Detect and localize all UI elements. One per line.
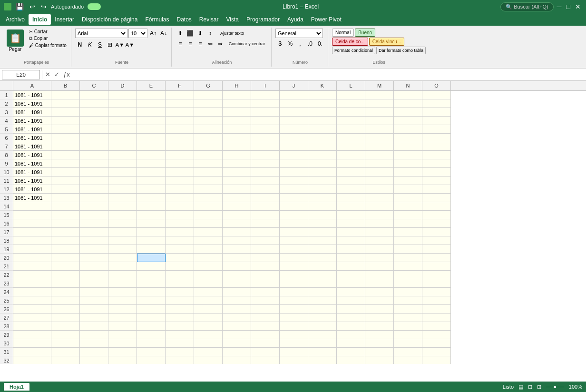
cell-D30[interactable] xyxy=(108,339,137,348)
col-header-B[interactable]: B xyxy=(51,81,80,90)
font-size-increase-button[interactable]: A↑ xyxy=(148,29,158,38)
cell-B15[interactable] xyxy=(51,211,80,219)
font-color-button[interactable]: A▼ xyxy=(125,40,135,49)
undo-button[interactable]: ↩ xyxy=(28,3,37,10)
cell-K17[interactable] xyxy=(308,228,337,236)
row-number-5[interactable]: 5 xyxy=(0,125,13,134)
cell-D14[interactable] xyxy=(108,202,137,211)
cell-J21[interactable] xyxy=(280,262,308,271)
cell-H18[interactable] xyxy=(223,236,251,245)
text-direction-button[interactable]: ↕ xyxy=(205,29,215,38)
cell-J24[interactable] xyxy=(280,288,308,296)
cell-F16[interactable] xyxy=(166,219,194,228)
cell-A7[interactable]: 1081 - 1091 xyxy=(13,142,51,151)
cell-E31[interactable] xyxy=(137,348,166,356)
cell-H9[interactable] xyxy=(223,159,251,168)
cell-E19[interactable] xyxy=(137,245,166,254)
row-number-24[interactable]: 24 xyxy=(0,288,13,296)
cell-H23[interactable] xyxy=(223,279,251,288)
cell-K12[interactable] xyxy=(308,185,337,194)
cell-C22[interactable] xyxy=(80,271,108,279)
cell-M18[interactable] xyxy=(365,236,394,245)
cell-J3[interactable] xyxy=(280,108,308,117)
cell-C12[interactable] xyxy=(80,185,108,194)
cell-K13[interactable] xyxy=(308,194,337,202)
cell-D32[interactable] xyxy=(108,356,137,364)
menu-revisar[interactable]: Revisar xyxy=(195,14,223,25)
cell-N28[interactable] xyxy=(394,322,422,331)
indent-decrease-button[interactable]: ⇐ xyxy=(205,39,215,49)
cell-I17[interactable] xyxy=(251,228,280,236)
cell-K31[interactable] xyxy=(308,348,337,356)
cell-I32[interactable] xyxy=(251,356,280,364)
cell-J17[interactable] xyxy=(280,228,308,236)
cell-L14[interactable] xyxy=(337,202,365,211)
cell-E26[interactable] xyxy=(137,305,166,314)
cell-F31[interactable] xyxy=(166,348,194,356)
cell-O20[interactable] xyxy=(422,254,451,262)
cell-C19[interactable] xyxy=(80,245,108,254)
cell-D7[interactable] xyxy=(108,142,137,151)
decimal-decrease-button[interactable]: 0. xyxy=(315,39,325,49)
cell-M3[interactable] xyxy=(365,108,394,117)
menu-datos[interactable]: Datos xyxy=(173,14,195,25)
cell-C29[interactable] xyxy=(80,331,108,339)
formula-input[interactable] xyxy=(73,70,584,79)
cell-J20[interactable] xyxy=(280,254,308,262)
cell-B28[interactable] xyxy=(51,322,80,331)
cell-A9[interactable]: 1081 - 1091 xyxy=(13,159,51,168)
cell-F21[interactable] xyxy=(166,262,194,271)
cell-O3[interactable] xyxy=(422,108,451,117)
cell-L31[interactable] xyxy=(337,348,365,356)
cell-I30[interactable] xyxy=(251,339,280,348)
cell-D19[interactable] xyxy=(108,245,137,254)
cell-A5[interactable]: 1081 - 1091 xyxy=(13,125,51,134)
cell-L22[interactable] xyxy=(337,271,365,279)
cell-D16[interactable] xyxy=(108,219,137,228)
cell-M17[interactable] xyxy=(365,228,394,236)
cell-N9[interactable] xyxy=(394,159,422,168)
cell-I18[interactable] xyxy=(251,236,280,245)
cell-M8[interactable] xyxy=(365,151,394,159)
cell-H20[interactable] xyxy=(223,254,251,262)
cell-K22[interactable] xyxy=(308,271,337,279)
cell-N17[interactable] xyxy=(394,228,422,236)
cell-A21[interactable] xyxy=(13,262,51,271)
cell-F25[interactable] xyxy=(166,296,194,305)
cell-M32[interactable] xyxy=(365,356,394,364)
cell-G22[interactable] xyxy=(194,271,223,279)
cell-I4[interactable] xyxy=(251,117,280,125)
cell-E9[interactable] xyxy=(137,159,166,168)
cell-L17[interactable] xyxy=(337,228,365,236)
cell-N13[interactable] xyxy=(394,194,422,202)
close-button[interactable]: ✕ xyxy=(574,3,582,10)
cell-E7[interactable] xyxy=(137,142,166,151)
cell-N4[interactable] xyxy=(394,117,422,125)
cell-I23[interactable] xyxy=(251,279,280,288)
menu-powerpivot[interactable]: Power Pivot xyxy=(307,14,345,25)
cell-D17[interactable] xyxy=(108,228,137,236)
cell-F9[interactable] xyxy=(166,159,194,168)
cell-C1[interactable] xyxy=(80,91,108,99)
cell-H30[interactable] xyxy=(223,339,251,348)
cell-M22[interactable] xyxy=(365,271,394,279)
cell-M11[interactable] xyxy=(365,176,394,185)
cell-A16[interactable] xyxy=(13,219,51,228)
cell-C24[interactable] xyxy=(80,288,108,296)
insert-function-icon[interactable]: ƒx xyxy=(62,71,71,78)
cell-O19[interactable] xyxy=(422,245,451,254)
cell-E16[interactable] xyxy=(137,219,166,228)
cell-I24[interactable] xyxy=(251,288,280,296)
row-number-11[interactable]: 11 xyxy=(0,176,13,185)
cell-F11[interactable] xyxy=(166,176,194,185)
cell-D5[interactable] xyxy=(108,125,137,134)
cell-B9[interactable] xyxy=(51,159,80,168)
cell-A26[interactable] xyxy=(13,305,51,314)
cell-C10[interactable] xyxy=(80,168,108,176)
cell-L28[interactable] xyxy=(337,322,365,331)
cell-M14[interactable] xyxy=(365,202,394,211)
cell-N10[interactable] xyxy=(394,168,422,176)
cell-B22[interactable] xyxy=(51,271,80,279)
cell-J9[interactable] xyxy=(280,159,308,168)
cell-O10[interactable] xyxy=(422,168,451,176)
